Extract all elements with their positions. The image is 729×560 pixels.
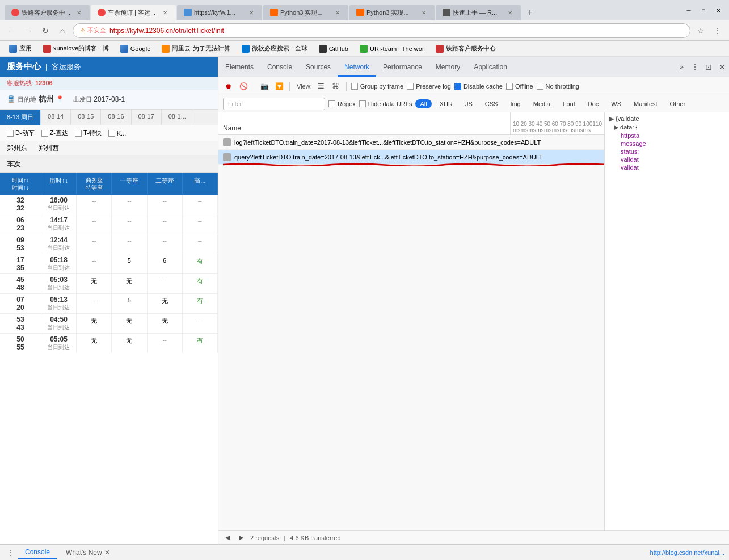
bookmark-aliyun[interactable]: 阿里云-为了无法计算	[157, 43, 235, 54]
tab-close-4[interactable]: ✕	[334, 9, 342, 16]
filter-k[interactable]: K...	[108, 130, 127, 137]
filter-d-checkbox[interactable]	[7, 130, 14, 137]
new-tab-button[interactable]: +	[522, 5, 538, 20]
browser-tab-2[interactable]: 车票预订 | 客运... ✕	[91, 5, 176, 20]
type-img-button[interactable]: Img	[505, 99, 525, 108]
type-other-button[interactable]: Other	[665, 99, 690, 108]
console-menu-icon[interactable]: ⋮	[5, 547, 16, 558]
console-tab-whatsnew[interactable]: What's New ✕	[59, 546, 117, 559]
cb-hidedata-icon[interactable]	[359, 100, 366, 107]
bookmark-star-icon[interactable]: ☆	[694, 24, 707, 37]
train-row-6[interactable]: 53 43 04:50 当日到达 无 无 无 --	[0, 314, 218, 334]
scroll-right-button[interactable]: ▶	[237, 533, 246, 542]
type-all-button[interactable]: All	[415, 99, 431, 108]
disable-cache-checkbox[interactable]: Disable cache	[454, 83, 503, 90]
train-row-4[interactable]: 45 48 05:03 当日到达 无 无 -- 有	[0, 274, 218, 294]
train-row-7[interactable]: 50 55 05:05 当日到达 无 无 -- 有	[0, 334, 218, 353]
forward-button[interactable]: →	[22, 24, 35, 37]
cb-group-icon[interactable]	[351, 83, 358, 90]
devtools-tab-sources[interactable]: Sources	[299, 58, 338, 77]
filter-z[interactable]: Z-直达	[41, 129, 68, 137]
browser-tab-3[interactable]: https://kyfw.1... ✕	[177, 5, 262, 20]
train-row-2[interactable]: 09 53 12:44 当日到达 -- -- -- --	[0, 234, 218, 254]
date-tab-1[interactable]: 08-14	[41, 110, 71, 125]
train-row-5[interactable]: 07 20 05:13 当日到达 -- 5 无 有	[0, 294, 218, 314]
date-tab-3[interactable]: 08-16	[101, 110, 131, 125]
tab-close-3[interactable]: ✕	[247, 9, 255, 16]
devtools-tab-memory[interactable]: Memory	[429, 58, 467, 77]
devtools-more-button[interactable]: »	[675, 63, 688, 71]
type-doc-button[interactable]: Doc	[583, 99, 604, 108]
type-xhr-button[interactable]: XHR	[435, 99, 457, 108]
preserve-log-checkbox[interactable]: Preserve log	[407, 83, 451, 90]
tab-close-1[interactable]: ✕	[75, 9, 83, 16]
restore-button[interactable]: □	[697, 4, 710, 16]
browser-tab-5[interactable]: Python3 实现... ✕	[349, 5, 435, 20]
type-js-button[interactable]: JS	[461, 99, 477, 108]
train-row-3[interactable]: 17 35 05:18 当日到达 -- 5 6 有	[0, 254, 218, 274]
filter-z-checkbox[interactable]	[41, 130, 48, 137]
offline-checkbox[interactable]: Offline	[506, 83, 533, 90]
type-css-button[interactable]: CSS	[481, 99, 503, 108]
preview-arrow-1[interactable]: ▶	[614, 124, 618, 130]
regex-checkbox[interactable]: Regex	[328, 100, 356, 107]
filter-t-checkbox[interactable]	[75, 130, 82, 137]
bookmark-railway[interactable]: 铁路客户服务中心	[431, 43, 500, 54]
bookmark-xunalove[interactable]: xunalove的博客 - 博	[39, 43, 113, 54]
throttling-checkbox[interactable]: No throttling	[537, 83, 579, 90]
cb-disable-icon[interactable]	[454, 83, 461, 90]
filter-d[interactable]: D-动车	[7, 129, 35, 137]
date-tab-2[interactable]: 08-15	[71, 110, 101, 125]
close-button[interactable]: ✕	[712, 4, 724, 16]
date-tab-4[interactable]: 08-17	[132, 110, 162, 125]
view-waterfall-button[interactable]: ⌘	[330, 81, 342, 92]
tab-close-6[interactable]: ✕	[506, 9, 514, 16]
bookmark-apps[interactable]: 应用	[5, 43, 36, 54]
cb-regex-icon[interactable]	[328, 100, 335, 107]
tab-close-2[interactable]: ✕	[161, 9, 169, 16]
devtools-tab-performance[interactable]: Performance	[376, 58, 429, 77]
clear-button[interactable]: 🚫	[238, 81, 249, 92]
address-input[interactable]: ⚠ 不安全 https://kyfw.12306.cn/otn/leftTick…	[73, 23, 690, 38]
console-tab-console[interactable]: Console	[18, 546, 57, 559]
filter-input[interactable]	[223, 98, 325, 110]
devtools-tab-network[interactable]: Network	[338, 58, 376, 77]
type-manifest-button[interactable]: Manifest	[629, 99, 662, 108]
browser-tab-6[interactable]: 快速上手 — R... ✕	[436, 5, 521, 20]
scroll-left-button[interactable]: ◀	[223, 533, 232, 542]
preview-arrow-0[interactable]: ▶	[609, 115, 614, 122]
reload-button[interactable]: ↻	[39, 24, 52, 37]
cb-preserve-icon[interactable]	[407, 83, 414, 90]
train-row-1[interactable]: 06 23 14:17 当日到达 -- -- -- --	[0, 214, 218, 234]
tab-close-5[interactable]: ✕	[420, 9, 428, 16]
devtools-undock-icon[interactable]: ⊡	[702, 60, 715, 74]
filter-k-checkbox[interactable]	[108, 130, 115, 137]
whatsnew-close-icon[interactable]: ✕	[104, 549, 110, 557]
request-row-1[interactable]: log?leftTicketDTO.train_date=2017-08-13&…	[218, 135, 604, 150]
group-by-frame-checkbox[interactable]: Group by frame	[351, 83, 403, 90]
hide-data-urls-checkbox[interactable]: Hide data URLs	[359, 100, 412, 107]
minimize-button[interactable]: ─	[682, 4, 695, 16]
bookmark-bing[interactable]: 微软必应搜索 - 全球	[237, 43, 312, 54]
devtools-tab-application[interactable]: Application	[467, 58, 514, 77]
filter-t[interactable]: T-特快	[75, 129, 102, 137]
menu-icon[interactable]: ⋮	[711, 24, 724, 37]
cb-throttling-icon[interactable]	[537, 83, 543, 90]
devtools-close-button[interactable]: ✕	[715, 60, 729, 74]
train-row-0[interactable]: 32 32 16:00 当日到达 -- -- -- --	[0, 195, 218, 214]
console-link[interactable]: http://blog.csdn.net/xunal...	[650, 549, 724, 556]
back-button[interactable]: ←	[5, 24, 18, 37]
record-stop-button[interactable]: ⏺	[223, 81, 234, 92]
browser-tab-4[interactable]: Python3 实现... ✕	[263, 5, 348, 20]
cb-offline-icon[interactable]	[506, 83, 513, 90]
browser-tab-1[interactable]: 铁路客户服务中... ✕	[5, 5, 90, 20]
bookmark-google[interactable]: Google	[116, 44, 155, 54]
filter-icon[interactable]: 🔽	[273, 81, 285, 92]
request-row-2[interactable]: query?leftTicketDTO.train_date=2017-08-1…	[218, 150, 604, 165]
type-ws-button[interactable]: WS	[606, 99, 626, 108]
date-tab-5[interactable]: 08-1...	[162, 110, 193, 125]
type-font-button[interactable]: Font	[558, 99, 580, 108]
home-button[interactable]: ⌂	[56, 24, 69, 37]
devtools-settings-icon[interactable]: ⋮	[688, 60, 702, 74]
type-media-button[interactable]: Media	[529, 99, 555, 108]
